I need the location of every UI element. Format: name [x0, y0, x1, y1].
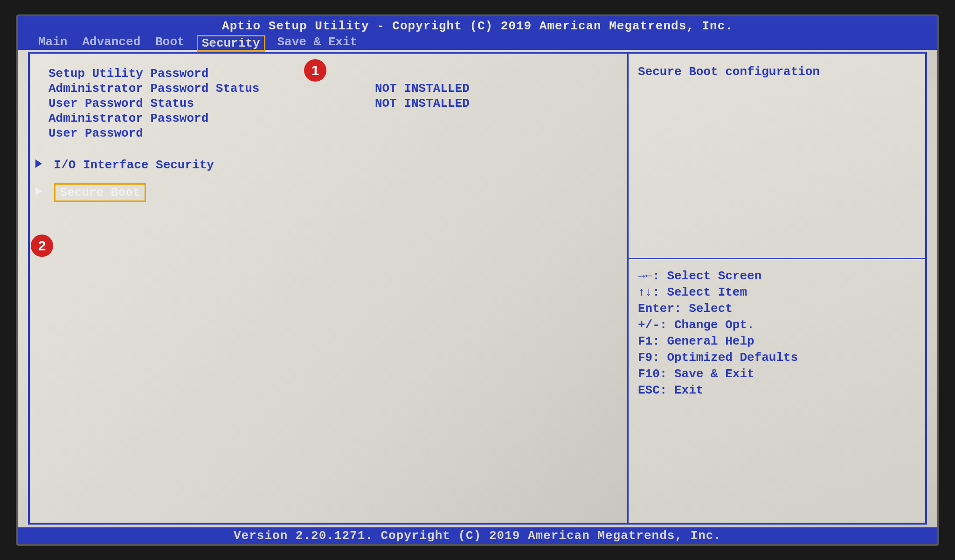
app-title: Aptio Setup Utility - Copyright (C) 2019…: [18, 18, 937, 34]
annotation-marker-2: 2: [31, 235, 53, 257]
hint-optimized-defaults: F9: Optimized Defaults: [638, 350, 916, 366]
tab-boot[interactable]: Boot: [152, 35, 187, 52]
footer-bar: Version 2.20.1271. Copyright (C) 2019 Am…: [18, 527, 937, 544]
help-text-area: Secure Boot configuration: [629, 54, 925, 258]
hint-enter: Enter: Select: [638, 301, 916, 317]
hint-select-item: ↑↓: Select Item: [638, 284, 916, 301]
secure-boot-item[interactable]: Secure Boot: [35, 183, 616, 202]
submenu-arrow-icon: [35, 159, 42, 168]
admin-password-item[interactable]: Administrator Password: [48, 111, 616, 125]
footer-text: Version 2.20.1271. Copyright (C) 2019 Am…: [234, 529, 721, 543]
help-text: Secure Boot configuration: [638, 65, 916, 79]
admin-password-status-row: Administrator Password Status NOT INSTAL…: [48, 82, 616, 96]
bios-screen: Aptio Setup Utility - Copyright (C) 2019…: [16, 14, 939, 546]
io-interface-security-label: I/O Interface Security: [54, 158, 214, 172]
user-password-status-row: User Password Status NOT INSTALLED: [48, 97, 616, 111]
hint-select-screen: →←: Select Screen: [638, 268, 916, 284]
user-password-status-value: NOT INSTALLED: [375, 97, 470, 111]
submenu-arrow-icon: [35, 187, 42, 195]
tab-save-exit[interactable]: Save & Exit: [275, 35, 360, 52]
user-password-item[interactable]: User Password: [48, 126, 616, 140]
user-password-status-label: User Password Status: [48, 97, 375, 111]
main-panel: Setup Utility Password Administrator Pas…: [30, 54, 627, 523]
secure-boot-label: Secure Boot: [54, 183, 146, 202]
annotation-marker-1: 1: [304, 59, 326, 82]
tab-advanced[interactable]: Advanced: [79, 35, 143, 52]
section-heading: Setup Utility Password: [48, 67, 616, 81]
menu-tabs: Main Advanced Boot Security Save & Exit: [18, 35, 937, 52]
hint-general-help: F1: General Help: [638, 333, 916, 350]
tab-security[interactable]: Security: [197, 35, 265, 52]
io-interface-security-item[interactable]: I/O Interface Security: [35, 158, 616, 172]
hint-save-exit: F10: Save & Exit: [638, 366, 916, 382]
admin-password-status-label: Administrator Password Status: [48, 82, 375, 96]
hint-change-opt: +/-: Change Opt.: [638, 317, 916, 333]
tab-main[interactable]: Main: [35, 35, 70, 52]
key-hints: →←: Select Screen ↑↓: Select Item Enter:…: [629, 260, 925, 408]
admin-password-label: Administrator Password: [48, 111, 375, 125]
user-password-label: User Password: [48, 126, 375, 140]
content-frame: Setup Utility Password Administrator Pas…: [28, 52, 927, 525]
hint-esc-exit: ESC: Exit: [638, 382, 916, 399]
title-bar: Aptio Setup Utility - Copyright (C) 2019…: [18, 16, 937, 50]
admin-password-status-value: NOT INSTALLED: [375, 82, 470, 96]
side-panel: Secure Boot configuration →←: Select Scr…: [627, 54, 925, 523]
